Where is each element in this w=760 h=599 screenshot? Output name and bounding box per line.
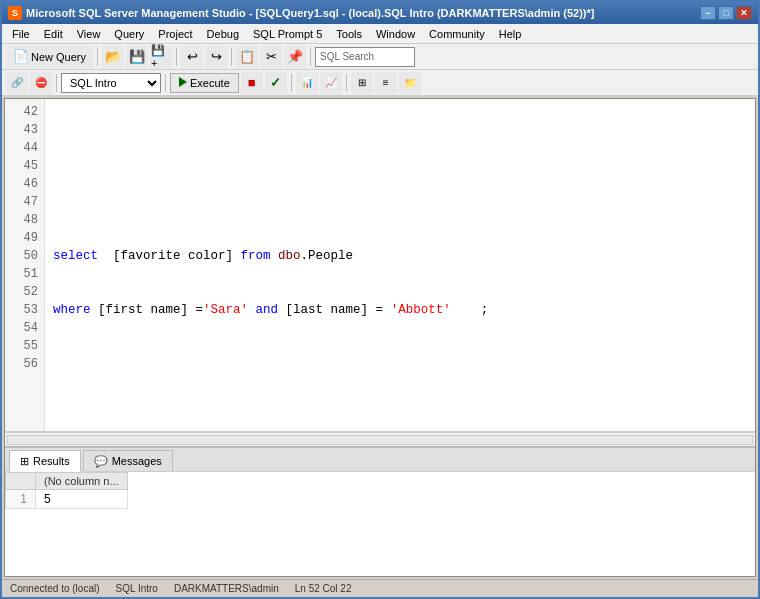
connect-btn[interactable]: 🔗	[6, 72, 28, 94]
line-num-45: 45	[5, 157, 44, 175]
horizontal-scrollbar[interactable]	[5, 432, 755, 446]
title-bar: S Microsoft SQL Server Management Studio…	[2, 2, 758, 24]
code-line-42	[53, 139, 747, 157]
menu-help[interactable]: Help	[493, 26, 528, 42]
database-selector[interactable]: SQL Intro	[61, 73, 161, 93]
line-num-43: 43	[5, 121, 44, 139]
code-content[interactable]: select [favorite color] from dbo.People …	[45, 99, 755, 431]
tab-messages[interactable]: 💬 Messages	[83, 450, 173, 471]
line-numbers: 42 43 44 45 46 47 48 49 50 51 52 53 54 5…	[5, 99, 45, 431]
col-header-1: (No column n...	[36, 473, 128, 490]
code-line-44: select [favorite color] from dbo.People	[53, 247, 747, 265]
toolbar-main: 📄 New Query 📂 💾 💾+ ↩ ↪ 📋 ✂ 📌 SQL Search	[2, 44, 758, 70]
new-query-btn[interactable]: 📄 New Query	[6, 46, 93, 68]
execute-arrow-icon	[179, 77, 187, 89]
include-client-stats-btn[interactable]: 📈	[320, 72, 342, 94]
sep1	[97, 48, 98, 66]
sep6	[165, 74, 166, 92]
disconnect-btn[interactable]: ⛔	[30, 72, 52, 94]
open-btn[interactable]: 📂	[102, 46, 124, 68]
results-to-text-btn[interactable]: ≡	[375, 72, 397, 94]
line-num-56: 56	[5, 355, 44, 373]
title-controls: − □ ✕	[700, 6, 752, 20]
menu-edit[interactable]: Edit	[38, 26, 69, 42]
status-position: Ln 52 Col 22	[295, 583, 352, 594]
include-actual-plan-btn[interactable]: 📊	[296, 72, 318, 94]
sep7	[291, 74, 292, 92]
code-editor[interactable]: 42 43 44 45 46 47 48 49 50 51 52 53 54 5…	[5, 99, 755, 432]
new-query-label: New Query	[31, 51, 86, 63]
app-container: S Microsoft SQL Server Management Studio…	[2, 2, 758, 597]
redo-btn[interactable]: ↪	[205, 46, 227, 68]
line-num-50: 50	[5, 247, 44, 265]
table-row: 1 5	[6, 490, 128, 509]
sep5	[56, 74, 57, 92]
search-box[interactable]: SQL Search	[315, 47, 415, 67]
menu-view[interactable]: View	[71, 26, 107, 42]
copy-btn[interactable]: 📋	[236, 46, 258, 68]
tab-messages-label: Messages	[112, 455, 162, 467]
results-to-file-btn[interactable]: 📁	[399, 72, 421, 94]
results-content: (No column n... 1 5	[5, 472, 755, 576]
toolbar-query: 🔗 ⛔ SQL Intro Execute ■ ✓ 📊 📈 ⊞ ≡ 📁	[2, 70, 758, 96]
results-panel: ⊞ Results 💬 Messages (No column n...	[5, 446, 755, 576]
line-num-44: 44	[5, 139, 44, 157]
undo-btn[interactable]: ↩	[181, 46, 203, 68]
line-num-51: 51	[5, 265, 44, 283]
line-num-48: 48	[5, 211, 44, 229]
status-db: SQL Intro	[116, 583, 158, 594]
code-line-43	[53, 193, 747, 211]
results-tabs: ⊞ Results 💬 Messages	[5, 448, 755, 472]
menu-bar: File Edit View Query Project Debug SQL P…	[2, 24, 758, 44]
close-btn[interactable]: ✕	[736, 6, 752, 20]
sep3	[231, 48, 232, 66]
status-connected: Connected to (local)	[10, 583, 100, 594]
line-num-42: 42	[5, 103, 44, 121]
cell-1-1: 5	[36, 490, 128, 509]
stop-btn[interactable]: ■	[241, 72, 263, 94]
line-num-49: 49	[5, 229, 44, 247]
minimize-btn[interactable]: −	[700, 6, 716, 20]
results-to-grid-btn[interactable]: ⊞	[351, 72, 373, 94]
tab-results-label: Results	[33, 455, 70, 467]
sep2	[176, 48, 177, 66]
code-line-45: where [first name] ='Sara' and [last nam…	[53, 301, 747, 319]
menu-debug[interactable]: Debug	[201, 26, 245, 42]
menu-community[interactable]: Community	[423, 26, 491, 42]
menu-project[interactable]: Project	[152, 26, 198, 42]
editor-area: 42 43 44 45 46 47 48 49 50 51 52 53 54 5…	[4, 98, 756, 577]
execute-label: Execute	[190, 77, 230, 89]
row-num-header	[6, 473, 36, 490]
app-icon: S	[8, 6, 22, 20]
parse-btn[interactable]: ✓	[265, 72, 287, 94]
save-all-btn[interactable]: 💾+	[150, 46, 172, 68]
results-table: (No column n... 1 5	[5, 472, 128, 509]
line-num-46: 46	[5, 175, 44, 193]
menu-query[interactable]: Query	[108, 26, 150, 42]
sep4	[310, 48, 311, 66]
status-user: DARKMATTERS\admin	[174, 583, 279, 594]
cut-btn[interactable]: ✂	[260, 46, 282, 68]
code-line-46	[53, 355, 747, 373]
line-num-47: 47	[5, 193, 44, 211]
menu-file[interactable]: File	[6, 26, 36, 42]
execute-btn[interactable]: Execute	[170, 73, 239, 93]
title-text: Microsoft SQL Server Management Studio -…	[26, 7, 696, 19]
line-num-54: 54	[5, 319, 44, 337]
line-num-52: 52	[5, 283, 44, 301]
status-bar: Connected to (local) SQL Intro DARKMATTE…	[2, 579, 758, 597]
row-num-1: 1	[6, 490, 36, 509]
menu-window[interactable]: Window	[370, 26, 421, 42]
code-line-47	[53, 409, 747, 427]
line-num-55: 55	[5, 337, 44, 355]
menu-tools[interactable]: Tools	[330, 26, 368, 42]
line-num-53: 53	[5, 301, 44, 319]
menu-sqlprompt[interactable]: SQL Prompt 5	[247, 26, 328, 42]
maximize-btn[interactable]: □	[718, 6, 734, 20]
save-btn[interactable]: 💾	[126, 46, 148, 68]
tab-results[interactable]: ⊞ Results	[9, 450, 81, 472]
paste-btn[interactable]: 📌	[284, 46, 306, 68]
sep8	[346, 74, 347, 92]
